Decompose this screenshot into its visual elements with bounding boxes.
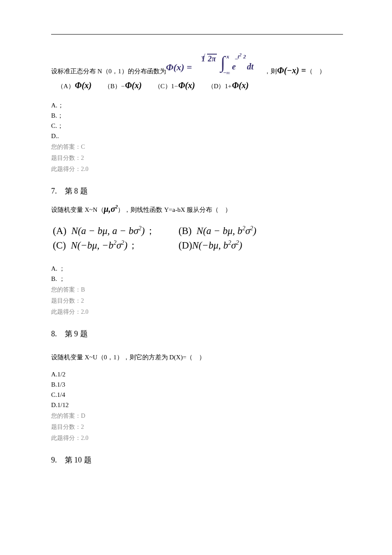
q6-formula: Φ(x) = 1 2π ∫ x −∞ e − t2 2 dt	[166, 52, 264, 77]
q8-score: 此题得分：2.0	[51, 433, 343, 444]
q8-your-answer: 您的答案：D	[51, 410, 343, 422]
q8-stem: 设随机变量 X~U（0，1），则它的方差为 D(X)=（ ）	[51, 353, 343, 362]
q7-option-a: (A) N(a − bμ, a − bσ2)；	[53, 225, 179, 237]
q7-option-d: (D)N(−bμ, b2σ2)	[179, 240, 242, 251]
q8-option-b: B.1/3	[51, 380, 343, 389]
page-content: 设标准正态分布 N（0，1）的分布函数为 Φ(x) = 1 2π ∫ x −∞ …	[0, 0, 392, 488]
q8-max-score: 题目分数：2	[51, 422, 343, 433]
q8-option-c: C.1/4	[51, 390, 343, 399]
q8-option-a: A.1/2	[51, 370, 343, 379]
q9-heading: 9. 第 10 题	[51, 455, 343, 465]
q8-options: A.1/2 B.1/3 C.1/4 D.1/12	[51, 370, 343, 410]
q7-stem: 设随机变量 X~N（μ,σ2），则线性函数 Y=a-bX 服从分布（ ）	[51, 202, 343, 214]
q6-your-answer: 您的答案：C	[51, 142, 343, 153]
q6-option-a: （A） Φ(x)	[57, 81, 92, 90]
q8-heading: 8. 第 9 题	[51, 329, 343, 339]
formula-lhs: Φ(x) =	[166, 62, 192, 73]
q7-options-formula: (A) N(a − bμ, a − bσ2)； (B) N(a − bμ, b2…	[53, 225, 343, 252]
q6-option-b: （B） − Φ(x)	[104, 81, 142, 90]
q6-stem-line: 设标准正态分布 N（0，1）的分布函数为 Φ(x) = 1 2π ∫ x −∞ …	[51, 52, 343, 77]
top-rule	[51, 34, 343, 35]
q7-your-answer: 您的答案：B	[51, 284, 343, 295]
q7-option-b: (B) N(a − bμ, b2σ2)	[179, 225, 257, 237]
mu-sigma-squared: μ,σ2	[104, 202, 118, 214]
exponent-fraction: − t2 2	[238, 52, 246, 60]
q6-max-score: 题目分数：2	[51, 153, 343, 164]
q8-option-d: D.1/12	[51, 400, 343, 410]
q7-max-score: 题目分数：2	[51, 295, 343, 306]
q6-option-c: （C） 1− Φ(x)	[154, 81, 196, 90]
formula-fraction: 1 2π	[199, 54, 219, 63]
q6-option-d: （D） 1+ Φ(x)	[208, 81, 249, 90]
q7-option-c: (C) N(−bμ, −b2σ2)；	[53, 239, 179, 252]
q6-pre-text: 设标准正态分布 N（0，1）的分布函数为	[51, 67, 166, 77]
q6-post-text: ，则 Φ(−x) = （ ）	[264, 66, 326, 77]
q7-letter-list: A. ； B. ；	[51, 264, 343, 283]
q6-letter-list: A.； B.； C.； D..	[51, 101, 343, 141]
q6-score: 此题得分：2.0	[51, 164, 343, 175]
q7-score: 此题得分：2.0	[51, 306, 343, 318]
q6-options: （A） Φ(x) （B） − Φ(x) （C） 1− Φ(x) （D） 1+ Φ…	[57, 81, 343, 90]
q7-heading: 7. 第 8 题	[51, 186, 343, 196]
